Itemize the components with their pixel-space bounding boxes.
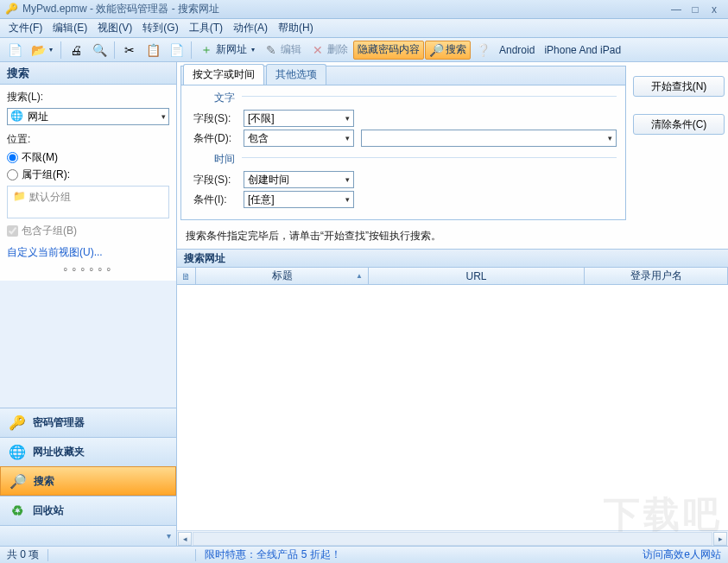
tb-search[interactable]: 🔎搜索 (425, 41, 471, 60)
include-subgroup-label: 包含子组(B) (22, 224, 77, 238)
tb-preview[interactable]: 🔍 (88, 41, 111, 60)
radio-group[interactable] (7, 169, 18, 180)
custom-view-link[interactable]: 自定义当前视图(U)... (7, 245, 169, 260)
menu-file[interactable]: 文件(F) (3, 19, 47, 37)
nav-recycle-label: 回收站 (33, 503, 64, 518)
nav-password-manager[interactable]: 🔑 密码管理器 (0, 408, 176, 437)
recycle-icon: ♻ (9, 503, 26, 520)
pencil-icon: ✎ (264, 43, 278, 57)
col-user[interactable]: 登录用户名 (585, 268, 728, 284)
preview-icon: 🔍 (92, 43, 106, 57)
col-url[interactable]: URL (369, 268, 585, 284)
time-section-label: 时间 (214, 152, 235, 167)
default-group-label: 默认分组 (29, 190, 71, 205)
nav-recycle[interactable]: ♻ 回收站 (0, 496, 176, 525)
col-icon[interactable]: 🗎 (177, 268, 196, 284)
field-s-select[interactable]: [不限]▾ (244, 110, 354, 127)
tb-android[interactable]: Android (495, 41, 539, 60)
menu-edit[interactable]: 编辑(E) (47, 19, 92, 37)
hide-pwd-label: 隐藏密码内容 (358, 42, 420, 57)
radio-unlimited-row[interactable]: 不限(M) (7, 150, 169, 165)
nav-url-favorites[interactable]: 🌐 网址收藏夹 (0, 437, 176, 466)
search-text-input[interactable]: ▾ (361, 130, 617, 147)
open-folder-icon: 📂 (31, 43, 45, 57)
scroll-right-icon[interactable]: ▸ (713, 532, 727, 546)
nav-search-label: 搜索 (34, 474, 54, 489)
menu-help[interactable]: 帮助(H) (273, 19, 319, 37)
radio-unlimited-label: 不限(M) (22, 150, 58, 165)
search-label: 搜索 (446, 42, 466, 57)
chevron-down-icon: ▾ (161, 112, 166, 121)
group-tree: 📁 默认分组 (7, 186, 169, 218)
tb-copy[interactable]: 📋 (142, 41, 164, 60)
tb-edit[interactable]: ✎编辑 (260, 41, 306, 60)
radio-group-row[interactable]: 属于组(R): (7, 168, 169, 182)
right-panel: 按文字或时间 其他选项 文字 字段(S): [不限]▾ 条件(D): 包含▾ ▾… (177, 62, 728, 546)
print-icon: 🖨 (69, 43, 83, 57)
nav-fav-label: 网址收藏夹 (33, 445, 85, 459)
tb-paste[interactable]: 📄 (165, 41, 187, 60)
status-promo-link[interactable]: 限时特惠：全线产品 5 折起！ (205, 547, 340, 562)
delete-label: 删除 (327, 42, 348, 57)
android-label: Android (499, 44, 535, 56)
field-s2-select[interactable]: 创建时间▾ (244, 171, 354, 188)
tab-other-options[interactable]: 其他选项 (266, 64, 326, 85)
cond-d-select[interactable]: 包含▾ (244, 130, 354, 147)
tb-new-doc[interactable]: 📄 (3, 41, 26, 60)
close-button[interactable]: x (706, 3, 723, 16)
tb-cut[interactable]: ✂ (118, 41, 141, 60)
cond-d-label: 条件(D): (190, 131, 237, 146)
search-form-row: 按文字或时间 其他选项 文字 字段(S): [不限]▾ 条件(D): 包含▾ ▾… (177, 62, 728, 224)
tb-delete[interactable]: ✕删除 (307, 41, 352, 60)
menu-goto[interactable]: 转到(G) (137, 19, 183, 37)
new-doc-icon: 📄 (8, 43, 22, 57)
combo-value: 网址 (28, 110, 158, 124)
status-visit-link[interactable]: 访问高效e人网站 (643, 547, 721, 562)
chevron-down-icon: ▾ (345, 134, 350, 142)
left-panel: 搜索 搜索(L): 🌐 网址 ▾ 位置: 不限(M) 属于组(R): 📁 默认分… (0, 62, 177, 546)
search-text-field[interactable] (365, 131, 608, 145)
minimize-button[interactable]: — (668, 3, 685, 16)
radio-unlimited[interactable] (7, 152, 18, 163)
tb-hide-password[interactable]: 隐藏密码内容 (353, 41, 424, 60)
collapse-dots[interactable]: ∘∘∘∘∘∘ (7, 263, 169, 275)
menu-action[interactable]: 动作(A) (228, 19, 273, 37)
tab-by-text-time[interactable]: 按文字或时间 (183, 64, 264, 85)
key-icon: 🔑 (9, 414, 26, 432)
separator (60, 41, 61, 59)
text-section-label: 文字 (214, 91, 235, 105)
include-subgroup-checkbox[interactable] (7, 225, 18, 237)
tb-new-url[interactable]: ＋新网址▾ (195, 41, 259, 60)
maximize-button[interactable]: □ (687, 3, 704, 16)
start-search-button[interactable]: 开始查找(N) (633, 76, 725, 97)
field-s-label: 字段(S): (190, 111, 237, 126)
grid-header: 🗎 标题 URL 登录用户名 (177, 268, 728, 285)
cond-i-select[interactable]: [任意]▾ (244, 191, 354, 208)
tb-iphone[interactable]: iPhone And iPad (540, 41, 625, 60)
chevron-down-icon: ▾ (49, 46, 53, 54)
menu-view[interactable]: 视图(V) (92, 19, 137, 37)
scroll-left-icon[interactable]: ◂ (178, 532, 192, 546)
tb-open[interactable]: 📂▾ (27, 41, 57, 60)
plus-icon: ＋ (199, 43, 213, 57)
help-icon: ❔ (476, 43, 490, 57)
nav-search[interactable]: 🔎 搜索 (0, 466, 176, 496)
tb-help[interactable]: ❔ (472, 41, 494, 60)
horizontal-scrollbar[interactable]: ◂ ▸ (177, 530, 728, 546)
iphone-label: iPhone And iPad (544, 44, 621, 56)
col-title[interactable]: 标题 (196, 268, 369, 284)
menu-tool[interactable]: 工具(T) (184, 19, 228, 37)
globe-icon: 🌐 (9, 444, 26, 461)
doc-icon: 🗎 (181, 271, 191, 282)
scroll-track[interactable] (193, 532, 712, 546)
search-type-combo[interactable]: 🌐 网址 ▾ (7, 108, 169, 125)
include-subgroup-row[interactable]: 包含子组(B) (7, 224, 169, 238)
search-options: 搜索(L): 🌐 网址 ▾ 位置: 不限(M) 属于组(R): 📁 默认分组 (0, 85, 176, 281)
clear-conditions-button[interactable]: 清除条件(C) (633, 114, 725, 135)
tb-print[interactable]: 🖨 (65, 41, 87, 60)
window-title: MyPwd.epmw - 效能密码管理器 - 搜索网址 (22, 2, 219, 16)
nav-config-icon[interactable]: ▾ (167, 531, 171, 541)
folder-icon: 📁 (13, 190, 26, 202)
status-count: 共 0 项 (7, 547, 39, 562)
grid-body (177, 285, 728, 530)
